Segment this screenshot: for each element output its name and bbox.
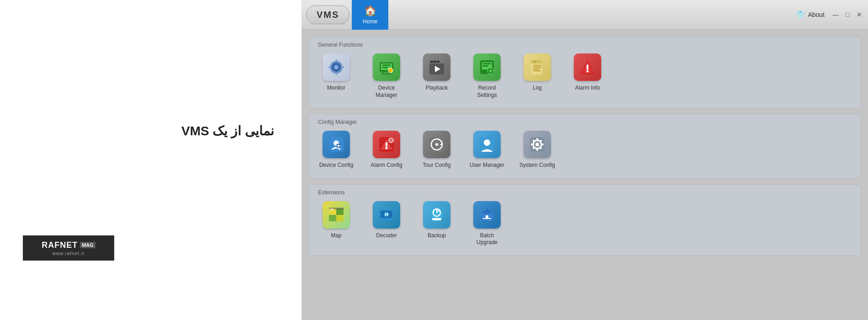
alarm-config-icon-box	[373, 131, 400, 158]
device-config-item[interactable]: Device Config	[318, 131, 355, 169]
device-manager-svg: !	[378, 59, 395, 76]
device-config-svg	[328, 136, 345, 153]
svg-point-54	[386, 147, 388, 149]
brand-suffix: MAG	[80, 242, 95, 248]
record-settings-label: Record Settings	[469, 85, 505, 99]
maximize-button[interactable]: □	[843, 11, 852, 19]
tour-config-label: Tour Config	[423, 162, 450, 169]
svg-text:!: !	[390, 69, 391, 72]
svg-rect-80	[336, 215, 344, 221]
monitor-label: Monitor	[327, 85, 345, 92]
title-bar-right: 👕 About — □ ✕	[796, 11, 863, 19]
vms-logo: VMS	[306, 5, 349, 24]
backup-svg	[428, 206, 445, 224]
main-content: General Functions Mo	[302, 30, 868, 320]
monitor-icon-box	[323, 53, 350, 81]
alarm-info-item[interactable]: Alarm Info	[569, 53, 606, 99]
decoder-icon-box	[373, 201, 400, 229]
svg-point-42	[587, 70, 589, 73]
about-section[interactable]: 👕 About	[796, 11, 825, 19]
log-svg	[529, 59, 546, 76]
svg-rect-18	[430, 61, 433, 63]
decoder-item[interactable]: Decoder	[368, 201, 405, 246]
home-tab-label: Home	[363, 18, 377, 25]
user-manager-item[interactable]: User Manager	[469, 131, 505, 169]
svg-rect-19	[434, 61, 436, 63]
home-tab[interactable]: 🏠 Home	[352, 0, 388, 30]
tour-config-item[interactable]: Tour Config	[418, 131, 455, 169]
svg-point-64	[484, 139, 490, 146]
monitor-item[interactable]: Monitor	[318, 53, 355, 99]
map-label: Map	[331, 232, 341, 240]
svg-point-46	[338, 145, 340, 147]
svg-rect-41	[587, 64, 588, 70]
monitor-svg	[328, 59, 345, 76]
batch-upgrade-label: Batch Upgrade	[469, 232, 505, 246]
alarm-config-item[interactable]: Alarm Config	[368, 131, 405, 169]
playback-label: Playback	[426, 85, 448, 92]
title-bar-left: VMS 🏠 Home	[306, 0, 388, 30]
svg-point-2	[334, 65, 339, 69]
device-manager-icon-box: !	[373, 53, 400, 81]
svg-rect-38	[533, 70, 540, 71]
user-manager-label: User Manager	[470, 162, 504, 169]
svg-rect-79	[336, 208, 344, 215]
backup-item[interactable]: Backup	[418, 201, 455, 246]
svg-point-14	[388, 68, 393, 73]
config-manager-title: Config Manager	[318, 119, 852, 125]
tour-config-icon-box	[423, 131, 450, 158]
device-manager-item[interactable]: ! Device Manager	[368, 53, 405, 99]
config-manager-section: Config Manager	[308, 114, 861, 179]
log-label: Log	[533, 85, 542, 92]
system-config-icon-box	[524, 131, 551, 158]
playback-icon-box	[423, 53, 450, 81]
backup-icon-box	[423, 201, 450, 229]
record-settings-item[interactable]: Record Settings	[469, 53, 505, 99]
alarm-info-label: Alarm Info	[575, 85, 600, 92]
playback-item[interactable]: Playback	[418, 53, 455, 99]
shirt-icon: 👕	[796, 11, 805, 19]
svg-point-67	[535, 143, 539, 146]
about-label: About	[808, 11, 825, 18]
svg-rect-37	[533, 69, 540, 69]
svg-rect-91	[432, 218, 441, 220]
persian-text: نمایی از یک VMS	[181, 123, 274, 139]
user-manager-icon-box	[473, 131, 501, 158]
device-config-label: Device Config	[319, 162, 354, 169]
batch-upgrade-icon-box	[473, 201, 501, 229]
svg-text:320: 320	[330, 208, 334, 211]
app-window: VMS 🏠 Home 👕 About — □ ✕ General Functio…	[302, 0, 868, 320]
alarm-info-svg	[579, 59, 596, 76]
svg-rect-71	[541, 144, 544, 145]
map-svg: 320	[328, 206, 345, 224]
svg-rect-9	[382, 64, 391, 66]
minimize-button[interactable]: —	[831, 11, 840, 19]
batch-upgrade-item[interactable]: Batch Upgrade	[469, 201, 505, 246]
record-settings-icon-box	[473, 53, 501, 81]
log-icon-box	[524, 53, 551, 81]
decoder-svg	[378, 206, 395, 224]
general-functions-title: General Functions	[318, 42, 852, 48]
log-item[interactable]: Log	[519, 53, 556, 99]
device-config-icon-box	[323, 131, 350, 158]
svg-rect-10	[382, 67, 388, 68]
svg-rect-68	[536, 138, 538, 141]
svg-point-27	[489, 69, 492, 72]
close-button[interactable]: ✕	[855, 11, 863, 19]
backup-label: Backup	[428, 232, 446, 240]
svg-rect-36	[533, 67, 541, 68]
system-config-label: System Config	[519, 162, 555, 169]
brand-name: RAFNET	[42, 240, 78, 250]
config-manager-grid: Device Config	[318, 131, 852, 169]
system-config-item[interactable]: System Config	[519, 131, 556, 169]
rafnet-logo: RAFNET MAG www.rafnet.ir	[23, 235, 114, 261]
map-item[interactable]: 320 Map	[318, 201, 355, 246]
svg-rect-70	[531, 144, 534, 145]
extensions-grid: 320 Map	[318, 201, 852, 246]
alarm-config-label: Alarm Config	[370, 162, 402, 169]
svg-rect-85	[381, 219, 392, 221]
svg-point-62	[435, 143, 438, 146]
left-panel: نمایی از یک VMS RAFNET MAG www.rafnet.ir	[0, 0, 302, 320]
tour-config-svg	[428, 136, 445, 153]
svg-rect-53	[386, 142, 387, 147]
